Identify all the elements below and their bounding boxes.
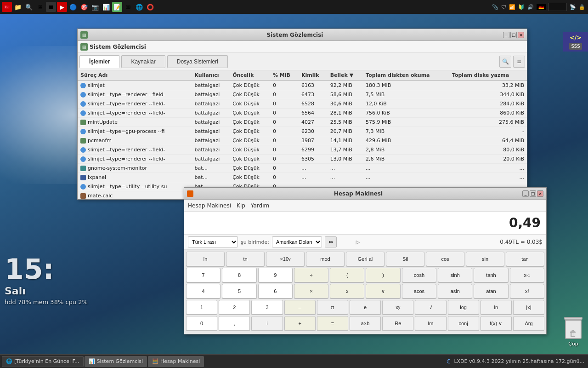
btn-ln2[interactable]: ln (481, 300, 512, 315)
table-row[interactable]: slimjet --type=renderer --field- battalg… (78, 109, 527, 118)
sysmon-menu-btn[interactable]: ≡ (513, 56, 525, 68)
calc-menu-yardim[interactable]: Yardım (251, 202, 269, 209)
btn-eq[interactable]: = (317, 316, 348, 331)
app1-icon[interactable]: 🔵 (68, 2, 78, 12)
btn-atan[interactable]: atan (474, 284, 508, 299)
table-row[interactable]: slimjet --type=renderer --field- battalg… (78, 90, 527, 99)
btn-lparen[interactable]: ( (330, 268, 364, 282)
btn-asin[interactable]: asin (438, 284, 472, 299)
btn-cos[interactable]: cos (426, 252, 464, 266)
flag-icon[interactable]: 🇹🇷 (2, 2, 12, 12)
volume-icon[interactable]: 🔊 (527, 4, 534, 10)
security-icon[interactable]: 🔰 (518, 4, 525, 10)
calc-close-btn[interactable]: × (537, 190, 543, 197)
calc-menu-kip[interactable]: Kip (237, 202, 245, 209)
btn-exp[interactable]: ×10y (266, 252, 305, 266)
btn-add[interactable]: + (284, 316, 316, 331)
btn-rparen[interactable]: ) (366, 268, 400, 282)
sysmon-close-btn[interactable]: × (518, 32, 524, 38)
col-user[interactable]: Kullanıcı (192, 70, 230, 80)
btn-backspace[interactable]: Geri al (346, 252, 384, 266)
btn-im[interactable]: Im (415, 316, 446, 331)
btn-5[interactable]: 5 (222, 284, 256, 299)
search-icon[interactable]: 🔍 (24, 2, 34, 12)
circle-icon[interactable]: ⭕ (145, 2, 155, 12)
currency-swap-btn[interactable]: ⇔ (325, 236, 337, 247)
calc-menu-hesap[interactable]: Hesap Makinesi (188, 202, 231, 209)
btn-0[interactable]: 0 (186, 316, 217, 331)
table-row[interactable]: slimjet battalgazi Çok Düşük 0 6163 92,2… (78, 80, 527, 90)
btn-mod[interactable]: mod (306, 252, 345, 266)
table-row[interactable]: lxpanel bat... Çok Düşük 0 ... ... ... .… (78, 173, 527, 182)
col-pid[interactable]: Kimlik (299, 70, 328, 80)
tab-islemler[interactable]: İşlemler (79, 55, 119, 68)
table-row[interactable]: slimjet --type=renderer --field- battalg… (78, 99, 527, 109)
net-icon[interactable]: 📡 (570, 4, 576, 10)
btn-x[interactable]: x (330, 284, 364, 299)
notes-icon[interactable]: 📝 (112, 2, 122, 12)
calc-titlebar[interactable]: Hesap Makinesi _ □ × (184, 188, 546, 200)
app2-icon[interactable]: 🎯 (79, 2, 89, 12)
btn-clear[interactable]: Sil (386, 252, 424, 266)
btn-ln[interactable]: ln (186, 252, 225, 266)
btn-sqrt[interactable]: √ (415, 300, 446, 315)
sysmon-titlebar[interactable]: ▤ Sistem Gözlemcisi _ □ × (78, 29, 527, 41)
camera-icon[interactable]: 📷 (90, 2, 100, 12)
btn-abs[interactable]: |x| (513, 300, 544, 315)
taskbar-btn-calc[interactable]: 🧮 Hesap Makinesi (148, 356, 204, 367)
tab-dosya[interactable]: Dosya Sistemleri (167, 55, 228, 68)
table-row[interactable]: slimjet --type=gpu-process --fi battalga… (78, 127, 527, 136)
sysmon-minimize-btn[interactable]: _ (503, 32, 509, 38)
btn-sinh[interactable]: sinh (438, 268, 472, 282)
col-disk-read[interactable]: Toplam diskten okuma (363, 70, 449, 80)
btn-6[interactable]: 6 (258, 284, 293, 299)
btn-pow[interactable]: xy (382, 300, 413, 315)
btn-1[interactable]: 1 (186, 300, 217, 315)
btn-inv[interactable]: x-1 (510, 268, 544, 282)
table-row[interactable]: mintUpdate battalgazi Çok Düşük 0 4027 2… (78, 118, 527, 127)
btn-sub[interactable]: – (284, 300, 316, 315)
table-row[interactable]: slimjet --type=renderer --field- battalg… (78, 145, 527, 155)
paperclip-icon[interactable]: 📎 (492, 4, 498, 10)
lock-icon[interactable]: 🔒 (579, 4, 585, 10)
btn-9[interactable]: 9 (258, 268, 293, 282)
trash-icon[interactable]: 🗑 Çöp (562, 320, 584, 352)
wifi-icon[interactable]: 📶 (509, 4, 515, 10)
taskbar-btn-browser[interactable]: 🌐 [Türkiye'nin En Güncel F... (2, 356, 84, 367)
btn-cosh[interactable]: cosh (402, 268, 436, 282)
btn-7[interactable]: 7 (186, 268, 220, 282)
currency-to-select[interactable]: Amerikan Doları Türk Lirası Euro (272, 236, 322, 247)
btn-3[interactable]: 3 (251, 300, 283, 315)
btn-sin[interactable]: sin (466, 252, 504, 266)
btn-tn[interactable]: tn (226, 252, 265, 266)
btn-comma[interactable]: , (219, 316, 250, 331)
btn-fx[interactable]: f(x) ∨ (481, 316, 512, 331)
btn-fact[interactable]: x! (510, 284, 544, 299)
btn-pi[interactable]: π (317, 300, 348, 315)
sysmon-process-list[interactable]: Süreç Adı Kullanıcı Öncelik % MiB Kimlik… (78, 70, 527, 199)
col-pct-mib[interactable]: % MiB (270, 70, 299, 80)
col-proc-name[interactable]: Süreç Adı (78, 70, 192, 80)
btn-2[interactable]: 2 (219, 300, 250, 315)
btn-down[interactable]: ∨ (366, 284, 400, 299)
calc-maximize-btn[interactable]: □ (530, 190, 536, 197)
col-mem[interactable]: Bellek ▼ (328, 70, 363, 80)
table-row[interactable]: gnome-system-monitor bat... Çok Düşük 0 … (78, 164, 527, 173)
monitor-icon[interactable]: 🖥 (35, 2, 45, 12)
email-icon[interactable]: ✉ (123, 2, 133, 12)
calc-minimize-btn[interactable]: _ (522, 190, 529, 197)
table-row[interactable]: pcmanfm battalgazi Çok Düşük 0 3987 14,1… (78, 136, 527, 145)
sysmon-maximize-btn[interactable]: □ (510, 32, 517, 38)
btn-div[interactable]: ÷ (294, 268, 328, 282)
btn-log[interactable]: log (448, 300, 479, 315)
sss-widget[interactable]: </> SSS (563, 32, 588, 52)
calc2-icon[interactable]: 📊 (101, 2, 111, 12)
btn-mul[interactable]: × (294, 284, 328, 299)
files-icon[interactable]: 📁 (13, 2, 23, 12)
btn-8[interactable]: 8 (222, 268, 256, 282)
col-disk-write[interactable]: Toplam diske yazma (449, 70, 527, 80)
table-row[interactable]: slimjet --type=renderer --field- battalg… (78, 155, 527, 164)
btn-i[interactable]: i (251, 316, 283, 331)
sysmon-search-btn[interactable]: 🔍 (499, 56, 511, 68)
play-icon[interactable]: ▶ (57, 2, 67, 12)
